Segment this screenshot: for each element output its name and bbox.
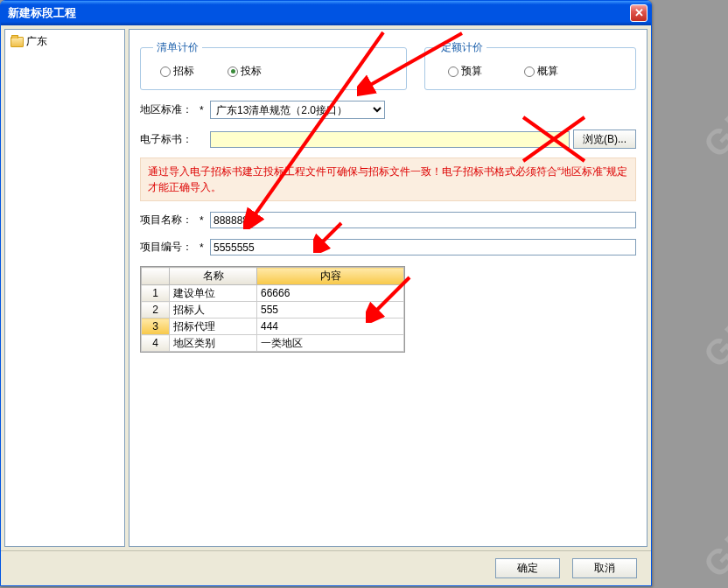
cell-content[interactable]: 66666 bbox=[257, 285, 404, 302]
label-projno: 项目编号： bbox=[140, 240, 200, 255]
warning-text: 通过导入电子招标书建立投标工程文件可确保与招标文件一致！电子招标书格式必须符合“… bbox=[140, 158, 636, 201]
tree-item-label: 广东 bbox=[26, 34, 47, 49]
browse-button[interactable]: 浏览(B)... bbox=[573, 130, 636, 149]
cell-name[interactable]: 招标代理 bbox=[170, 318, 257, 335]
cell-content[interactable]: 一类地区 bbox=[257, 335, 404, 352]
folder-icon bbox=[10, 37, 24, 47]
radio-toubiao[interactable]: 投标 bbox=[228, 64, 262, 79]
label-region: 地区标准： bbox=[140, 102, 200, 117]
radio-gaisuan[interactable]: 概算 bbox=[524, 64, 558, 79]
asterisk-icon: * bbox=[200, 242, 210, 254]
row-number: 3 bbox=[142, 318, 170, 335]
region-select[interactable]: 广东13清单规范（2.0接口） bbox=[210, 101, 385, 119]
col-header-rownum[interactable] bbox=[142, 268, 170, 285]
ok-button[interactable]: 确定 bbox=[495, 558, 560, 578]
group-quota: 定额计价 预算 概算 bbox=[424, 40, 636, 90]
project-no-input[interactable] bbox=[210, 239, 636, 256]
form-panel: 清单计价 招标 投标 结算 定额计价 预算 概算 bbox=[129, 29, 648, 547]
radio-yusuan[interactable]: 预算 bbox=[448, 64, 482, 79]
cancel-button[interactable]: 取消 bbox=[572, 558, 637, 578]
group-pricing-legend: 清单计价 bbox=[153, 40, 202, 55]
col-header-content[interactable]: 内容 bbox=[257, 268, 404, 285]
table-row[interactable]: 3招标代理444 bbox=[142, 318, 404, 335]
close-button[interactable]: ✕ bbox=[630, 4, 648, 22]
ebook-input[interactable] bbox=[210, 131, 570, 148]
title-bar[interactable]: 新建标段工程 ✕ bbox=[1, 1, 651, 25]
tree-panel[interactable]: 广东 bbox=[4, 29, 125, 547]
row-number: 4 bbox=[142, 335, 170, 352]
tree-item-root[interactable]: 广东 bbox=[9, 33, 121, 50]
radio-zhaobiao[interactable]: 招标 bbox=[160, 64, 194, 79]
window-title: 新建标段工程 bbox=[8, 5, 630, 21]
group-pricing: 清单计价 招标 投标 结算 bbox=[140, 40, 407, 90]
info-table[interactable]: 名称 内容 1建设单位666662招标人5553招标代理4444地区类别一类地区 bbox=[140, 266, 405, 353]
button-bar: 确定 取消 bbox=[1, 550, 651, 585]
group-quota-legend: 定额计价 bbox=[438, 40, 486, 55]
cell-content[interactable]: 444 bbox=[257, 318, 404, 335]
table-row[interactable]: 4地区类别一类地区 bbox=[142, 335, 404, 352]
asterisk-icon: * bbox=[200, 214, 210, 227]
dialog-window: 新建标段工程 ✕ 广东 清单计价 招标 投标 结算 bbox=[0, 0, 652, 586]
cell-name[interactable]: 建设单位 bbox=[170, 285, 257, 302]
label-ebook: 电子标书： bbox=[140, 132, 200, 147]
project-name-input[interactable] bbox=[210, 212, 636, 228]
cell-name[interactable]: 招标人 bbox=[170, 302, 257, 318]
col-header-name[interactable]: 名称 bbox=[170, 268, 257, 285]
row-number: 2 bbox=[142, 302, 170, 318]
table-row[interactable]: 1建设单位66666 bbox=[142, 285, 404, 302]
cell-name[interactable]: 地区类别 bbox=[170, 335, 257, 352]
cell-content[interactable]: 555 bbox=[257, 302, 404, 318]
asterisk-icon: * bbox=[200, 104, 210, 116]
row-number: 1 bbox=[142, 285, 170, 302]
table-row[interactable]: 2招标人555 bbox=[142, 302, 404, 318]
label-projname: 项目名称： bbox=[140, 213, 200, 228]
